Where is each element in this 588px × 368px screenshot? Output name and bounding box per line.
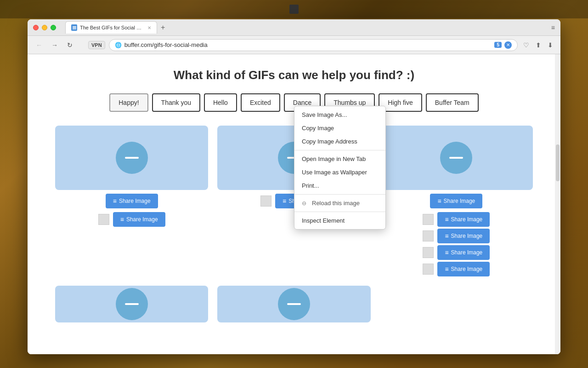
- context-menu-group-4: Inspect Element: [294, 212, 385, 229]
- share-button-3c[interactable]: Share Image: [437, 229, 490, 243]
- category-hello[interactable]: Hello: [204, 93, 237, 112]
- context-menu: Save Image As... Copy Image Copy Image A…: [294, 106, 386, 230]
- small-thumbnail-3b: [423, 230, 434, 242]
- download-icon[interactable]: ⬇: [546, 40, 555, 51]
- gif-bottom-extra-3d: Share Image: [380, 262, 533, 276]
- share-button-1b[interactable]: Share Image: [113, 212, 165, 227]
- gif-extra-3: Share Image Share Image Share Image: [380, 212, 533, 276]
- desktop-taskbar: [0, 0, 588, 18]
- reload-icon: ⊖: [302, 200, 308, 207]
- category-excited[interactable]: Excited: [241, 93, 280, 112]
- gif-icon-4: [116, 288, 148, 320]
- gif-item-6: [380, 286, 533, 322]
- globe-icon: 🌐: [115, 42, 122, 48]
- context-menu-group-1: Save Image As... Copy Image Copy Image A…: [294, 106, 385, 150]
- page-title: What kind of GIFs can we help you find? …: [174, 68, 414, 82]
- context-inspect-element[interactable]: Inspect Element: [294, 214, 385, 227]
- small-thumbnail-3c: [423, 247, 434, 258]
- title-bar: The Best GIFs for Social Me... ✕ + ≡: [28, 19, 560, 36]
- toolbar-icons: ♡ ⬆ ⬇: [521, 40, 555, 51]
- context-open-new-tab[interactable]: Open Image in New Tab: [294, 152, 385, 166]
- context-reload-image[interactable]: ⊖ Reload this image: [294, 196, 385, 210]
- gif-bottom-extra-3a: Share Image: [380, 212, 533, 227]
- share-button-3[interactable]: Share Image: [430, 194, 482, 208]
- context-print[interactable]: Print...: [294, 179, 385, 192]
- gif-icon-1: [116, 142, 148, 174]
- tab-title: The Best GIFs for Social Me...: [80, 25, 143, 30]
- context-use-as-wallpaper[interactable]: Use Image as Wallpaper: [294, 166, 385, 179]
- vpn-badge: VPN: [88, 41, 105, 49]
- scrollbar[interactable]: [555, 54, 560, 354]
- reload-image-label: Reload this image: [312, 200, 360, 207]
- context-menu-group-2: Open Image in New Tab Use Image as Wallp…: [294, 150, 385, 195]
- url-text: buffer.com/gifs-for-social-media: [124, 41, 492, 48]
- category-happy[interactable]: Happy!: [109, 93, 148, 112]
- gif-image-3: [380, 126, 533, 190]
- minimize-button[interactable]: [42, 25, 47, 30]
- traffic-lights: [33, 25, 56, 30]
- gif-bottom-row-1: Share Image: [55, 212, 208, 227]
- small-thumbnail-2: [260, 196, 271, 207]
- forward-button[interactable]: →: [49, 40, 61, 51]
- svg-rect-1: [73, 28, 76, 29]
- gif-grid-row2: [46, 286, 542, 322]
- share-button-1[interactable]: Share Image: [106, 194, 158, 208]
- security-badge: 5: [494, 42, 502, 48]
- small-thumbnail-3a: [423, 214, 434, 225]
- small-thumbnail-1: [98, 214, 109, 225]
- close-button[interactable]: [33, 25, 39, 30]
- context-menu-group-3: ⊖ Reload this image: [294, 195, 385, 212]
- gif-item-1: Share Image Share Image: [55, 126, 208, 276]
- tab-close-icon[interactable]: ✕: [147, 25, 151, 30]
- gif-bottom-extra-3b: Share Image: [380, 229, 533, 243]
- gif-image-5: [217, 286, 370, 322]
- share-icon[interactable]: ⬆: [534, 40, 543, 51]
- context-copy-image[interactable]: Copy Image: [294, 121, 385, 135]
- gif-icon-3: [440, 142, 472, 174]
- gif-item-4: [55, 286, 208, 322]
- bookmark-icon[interactable]: ♡: [521, 40, 531, 51]
- gif-icon-5: [278, 288, 310, 320]
- reload-button[interactable]: ↻: [64, 40, 75, 51]
- gif-item-3: Share Image Share Image Share Image S: [380, 126, 533, 276]
- address-bar[interactable]: 🌐 buffer.com/gifs-for-social-media 5 ✕: [109, 39, 518, 51]
- maximize-button[interactable]: [51, 25, 56, 30]
- svg-rect-0: [73, 26, 76, 27]
- category-thank-you[interactable]: Thank you: [152, 93, 200, 112]
- back-button[interactable]: ←: [33, 40, 45, 51]
- share-button-3b[interactable]: Share Image: [437, 212, 490, 227]
- gif-item-5: [217, 286, 370, 322]
- new-tab-button[interactable]: +: [161, 23, 165, 32]
- desktop-bar-icon: [289, 5, 299, 14]
- small-thumbnail-3d: [423, 264, 434, 275]
- gif-image-1: [55, 126, 208, 190]
- active-tab[interactable]: The Best GIFs for Social Me... ✕: [65, 21, 157, 34]
- gif-bottom-extra-3c: Share Image: [380, 245, 533, 260]
- category-buffer-team[interactable]: Buffer Team: [426, 93, 479, 112]
- context-save-image-as[interactable]: Save Image As...: [294, 108, 385, 121]
- svg-rect-2: [73, 29, 76, 29]
- grid-view-button[interactable]: ⁣⁣: [79, 40, 85, 51]
- scrollbar-thumb[interactable]: [556, 144, 560, 181]
- tab-favicon: [71, 24, 77, 31]
- toolbar: ← → ↻ ⁣⁣ VPN 🌐 buffer.com/gifs-for-socia…: [28, 36, 560, 54]
- window-menu-icon[interactable]: ≡: [551, 24, 555, 31]
- context-copy-image-address[interactable]: Copy Image Address: [294, 135, 385, 148]
- tab-area: The Best GIFs for Social Me... ✕ +: [65, 21, 551, 34]
- clear-url-button[interactable]: ✕: [504, 41, 512, 49]
- share-button-3e[interactable]: Share Image: [437, 262, 490, 276]
- share-button-3d[interactable]: Share Image: [437, 245, 490, 260]
- gif-image-4: [55, 286, 208, 322]
